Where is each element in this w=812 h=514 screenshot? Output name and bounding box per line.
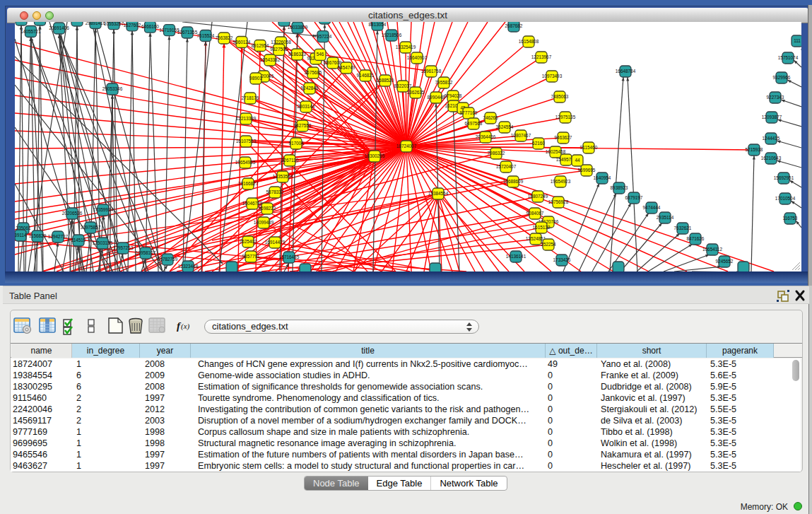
- svg-text:9327505: 9327505: [270, 47, 288, 52]
- svg-text:10958107: 10958107: [136, 250, 156, 255]
- svg-text:(x): (x): [181, 322, 190, 331]
- svg-text:9245652: 9245652: [716, 259, 734, 264]
- svg-text:20691406: 20691406: [49, 25, 69, 30]
- svg-text:8186323: 8186323: [288, 52, 306, 57]
- svg-text:3624554: 3624554: [496, 124, 514, 129]
- svg-text:9360124: 9360124: [233, 40, 251, 45]
- svg-text:111: 111: [794, 38, 801, 43]
- svg-text:2687682: 2687682: [505, 23, 523, 28]
- svg-text:1733426: 1733426: [553, 257, 571, 262]
- svg-text:252254: 252254: [541, 242, 556, 247]
- svg-text:7957224: 7957224: [314, 34, 332, 39]
- svg-text:18300295: 18300295: [365, 153, 385, 158]
- svg-text:9474444: 9474444: [643, 205, 661, 210]
- svg-text:9115460: 9115460: [580, 145, 598, 150]
- svg-text:16154808: 16154808: [519, 39, 539, 44]
- svg-text:1640954: 1640954: [594, 175, 611, 180]
- svg-text:10973493: 10973493: [542, 74, 563, 78]
- svg-text:7515524: 7515524: [197, 33, 215, 38]
- svg-text:7485063: 7485063: [551, 94, 569, 99]
- svg-text:1615132: 1615132: [533, 225, 551, 230]
- svg-text:8813054: 8813054: [369, 22, 387, 27]
- svg-text:10654112: 10654112: [702, 247, 722, 252]
- svg-text:17957253: 17957253: [113, 245, 134, 250]
- svg-text:2867608: 2867608: [324, 60, 342, 65]
- svg-text:12503135: 12503135: [93, 240, 113, 245]
- svg-text:10553257: 10553257: [104, 22, 124, 26]
- svg-text:2935114: 2935114: [657, 215, 674, 220]
- svg-text:12942737: 12942737: [48, 234, 69, 239]
- svg-text:114519: 114519: [71, 238, 86, 243]
- svg-text:9242848: 9242848: [301, 86, 319, 90]
- svg-text:19384554: 19384554: [428, 191, 449, 196]
- svg-text:18807249: 18807249: [528, 194, 548, 199]
- svg-text:10688609: 10688609: [503, 179, 524, 184]
- svg-text:9857791: 9857791: [242, 254, 260, 259]
- svg-text:14055721: 14055721: [20, 29, 41, 34]
- svg-text:16033809: 16033809: [288, 25, 308, 30]
- svg-text:9329966: 9329966: [773, 75, 791, 80]
- svg-text:1362635: 1362635: [407, 90, 425, 95]
- svg-text:19654923: 19654923: [551, 179, 571, 184]
- svg-text:20364436: 20364436: [476, 134, 496, 139]
- svg-text:6794028: 6794028: [445, 93, 462, 98]
- svg-text:9777169: 9777169: [460, 110, 478, 115]
- svg-text:3267110: 3267110: [281, 158, 299, 163]
- svg-text:1527602: 1527602: [124, 23, 141, 28]
- svg-text:18724007: 18724007: [396, 144, 417, 148]
- svg-text:15751074: 15751074: [778, 55, 799, 60]
- svg-text:17010504: 17010504: [775, 196, 796, 201]
- svg-text:14099489: 14099489: [254, 220, 274, 225]
- svg-text:12975135: 12975135: [555, 115, 576, 119]
- svg-text:116753: 116753: [783, 216, 798, 221]
- svg-text:12323448: 12323448: [178, 264, 199, 269]
- svg-text:19756928: 19756928: [548, 199, 569, 204]
- svg-text:17359934: 17359934: [93, 207, 114, 212]
- svg-text:5215938: 5215938: [746, 147, 763, 152]
- svg-text:12213967: 12213967: [531, 54, 552, 59]
- svg-text:9699695: 9699695: [578, 168, 596, 173]
- svg-text:20206536: 20206536: [62, 211, 83, 216]
- svg-text:62160: 62160: [532, 141, 545, 146]
- svg-text:9427552: 9427552: [294, 123, 312, 128]
- svg-text:14136141: 14136141: [506, 254, 526, 259]
- svg-text:7625402: 7625402: [240, 239, 257, 244]
- svg-text:15716485: 15716485: [279, 255, 300, 259]
- svg-text:13353594: 13353594: [273, 174, 293, 179]
- svg-text:917004: 917004: [288, 141, 304, 146]
- svg-text:6497568: 6497568: [465, 121, 483, 126]
- svg-text:16782759: 16782759: [158, 257, 178, 262]
- svg-text:16107553: 16107553: [236, 139, 257, 144]
- svg-text:8990448: 8990448: [428, 95, 445, 100]
- svg-text:98901: 98901: [249, 76, 262, 81]
- svg-text:7986322: 7986322: [488, 151, 505, 156]
- svg-text:7632621: 7632621: [674, 226, 692, 230]
- svg-text:9698222: 9698222: [259, 206, 276, 211]
- svg-text:9463627: 9463627: [555, 135, 572, 140]
- svg-text:16543382: 16543382: [260, 57, 281, 62]
- svg-text:15692951: 15692951: [774, 175, 794, 180]
- svg-text:19654985: 19654985: [235, 160, 256, 165]
- svg-text:16640910: 16640910: [407, 55, 428, 60]
- svg-text:19218506: 19218506: [382, 33, 402, 37]
- svg-text:15720407: 15720407: [496, 164, 517, 169]
- svg-text:1244415: 1244415: [763, 136, 780, 141]
- svg-text:8454749: 8454749: [338, 65, 355, 70]
- svg-text:746266: 746266: [483, 115, 498, 120]
- svg-text:546: 546: [317, 52, 324, 57]
- svg-text:6466160: 6466160: [141, 24, 159, 29]
- svg-text:8938923: 8938923: [611, 185, 628, 190]
- svg-text:9084067: 9084067: [526, 211, 544, 216]
- svg-text:16648784: 16648784: [616, 69, 636, 74]
- svg-text:7563822: 7563822: [216, 35, 233, 40]
- svg-text:12213389: 12213389: [236, 116, 257, 121]
- svg-text:1156829: 1156829: [29, 233, 47, 238]
- svg-text:10671355: 10671355: [177, 30, 198, 35]
- svg-text:2803144: 2803144: [298, 104, 315, 109]
- svg-text:8471626: 8471626: [687, 236, 705, 241]
- svg-text:7955812: 7955812: [435, 80, 453, 85]
- svg-text:3675685: 3675685: [305, 70, 322, 75]
- svg-text:9146821: 9146821: [357, 73, 375, 78]
- svg-text:8912954: 8912954: [252, 43, 269, 48]
- svg-text:13325419: 13325419: [396, 45, 416, 49]
